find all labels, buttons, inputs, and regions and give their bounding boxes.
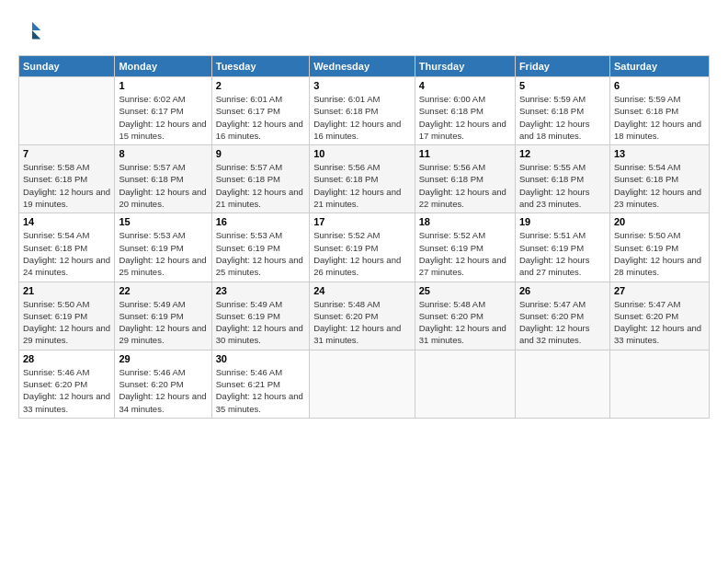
day-cell: 25Sunrise: 5:48 AMSunset: 6:20 PMDayligh… bbox=[415, 282, 515, 350]
svg-marker-1 bbox=[32, 30, 40, 39]
day-info: Sunrise: 5:50 AMSunset: 6:19 PMDaylight:… bbox=[614, 229, 705, 278]
day-number: 17 bbox=[313, 216, 411, 227]
day-info: Sunrise: 5:50 AMSunset: 6:19 PMDaylight:… bbox=[23, 298, 110, 347]
day-cell: 4Sunrise: 6:00 AMSunset: 6:18 PMDaylight… bbox=[415, 77, 515, 145]
svg-marker-0 bbox=[32, 22, 40, 30]
day-number: 4 bbox=[419, 80, 511, 91]
day-number: 30 bbox=[216, 353, 305, 364]
day-cell: 13Sunrise: 5:54 AMSunset: 6:18 PMDayligh… bbox=[609, 145, 709, 213]
day-number: 22 bbox=[119, 285, 207, 296]
week-row-1: 7Sunrise: 5:58 AMSunset: 6:18 PMDaylight… bbox=[19, 145, 710, 213]
day-cell: 2Sunrise: 6:01 AMSunset: 6:17 PMDaylight… bbox=[211, 77, 309, 145]
week-row-3: 21Sunrise: 5:50 AMSunset: 6:19 PMDayligh… bbox=[19, 282, 710, 350]
day-cell bbox=[515, 350, 609, 418]
day-info: Sunrise: 5:47 AMSunset: 6:20 PMDaylight:… bbox=[614, 298, 705, 347]
day-number: 10 bbox=[313, 148, 411, 159]
day-number: 19 bbox=[519, 216, 606, 227]
day-info: Sunrise: 5:59 AMSunset: 6:18 PMDaylight:… bbox=[614, 93, 705, 142]
day-cell: 12Sunrise: 5:55 AMSunset: 6:18 PMDayligh… bbox=[515, 145, 609, 213]
day-info: Sunrise: 5:57 AMSunset: 6:18 PMDaylight:… bbox=[216, 161, 305, 210]
day-cell: 5Sunrise: 5:59 AMSunset: 6:18 PMDaylight… bbox=[515, 77, 609, 145]
day-cell: 30Sunrise: 5:46 AMSunset: 6:21 PMDayligh… bbox=[211, 350, 309, 418]
day-number: 21 bbox=[23, 285, 110, 296]
day-cell: 8Sunrise: 5:57 AMSunset: 6:18 PMDaylight… bbox=[115, 145, 211, 213]
day-cell: 15Sunrise: 5:53 AMSunset: 6:19 PMDayligh… bbox=[115, 213, 211, 282]
day-cell: 20Sunrise: 5:50 AMSunset: 6:19 PMDayligh… bbox=[609, 213, 709, 282]
header bbox=[18, 18, 710, 44]
day-info: Sunrise: 5:53 AMSunset: 6:19 PMDaylight:… bbox=[119, 229, 207, 278]
day-cell: 27Sunrise: 5:47 AMSunset: 6:20 PMDayligh… bbox=[609, 282, 709, 350]
day-info: Sunrise: 6:01 AMSunset: 6:17 PMDaylight:… bbox=[216, 93, 305, 142]
day-number: 11 bbox=[419, 148, 511, 159]
day-cell: 11Sunrise: 5:56 AMSunset: 6:18 PMDayligh… bbox=[415, 145, 515, 213]
day-number: 23 bbox=[216, 285, 305, 296]
day-cell: 16Sunrise: 5:53 AMSunset: 6:19 PMDayligh… bbox=[211, 213, 309, 282]
day-info: Sunrise: 5:48 AMSunset: 6:20 PMDaylight:… bbox=[313, 298, 411, 347]
day-info: Sunrise: 5:56 AMSunset: 6:18 PMDaylight:… bbox=[313, 161, 411, 210]
day-info: Sunrise: 5:46 AMSunset: 6:21 PMDaylight:… bbox=[216, 366, 305, 415]
day-cell bbox=[609, 350, 709, 418]
day-cell: 21Sunrise: 5:50 AMSunset: 6:19 PMDayligh… bbox=[19, 282, 115, 350]
day-info: Sunrise: 5:54 AMSunset: 6:18 PMDaylight:… bbox=[23, 229, 110, 278]
day-cell: 18Sunrise: 5:52 AMSunset: 6:19 PMDayligh… bbox=[415, 213, 515, 282]
day-info: Sunrise: 5:47 AMSunset: 6:20 PMDaylight:… bbox=[519, 298, 606, 347]
calendar-table: SundayMondayTuesdayWednesdayThursdayFrid… bbox=[18, 55, 710, 419]
day-cell: 14Sunrise: 5:54 AMSunset: 6:18 PMDayligh… bbox=[19, 213, 115, 282]
day-info: Sunrise: 5:48 AMSunset: 6:20 PMDaylight:… bbox=[419, 298, 511, 347]
day-number: 2 bbox=[216, 80, 305, 91]
day-number: 3 bbox=[313, 80, 411, 91]
day-info: Sunrise: 5:52 AMSunset: 6:19 PMDaylight:… bbox=[419, 229, 511, 278]
day-cell: 9Sunrise: 5:57 AMSunset: 6:18 PMDaylight… bbox=[211, 145, 309, 213]
day-number: 18 bbox=[419, 216, 511, 227]
logo-icon bbox=[18, 18, 44, 44]
day-number: 12 bbox=[519, 148, 606, 159]
day-cell: 1Sunrise: 6:02 AMSunset: 6:17 PMDaylight… bbox=[115, 77, 211, 145]
day-number: 29 bbox=[119, 353, 207, 364]
header-cell-tuesday: Tuesday bbox=[211, 56, 309, 77]
day-number: 25 bbox=[419, 285, 511, 296]
day-info: Sunrise: 5:55 AMSunset: 6:18 PMDaylight:… bbox=[519, 161, 606, 210]
day-info: Sunrise: 6:01 AMSunset: 6:18 PMDaylight:… bbox=[313, 93, 411, 142]
day-cell: 23Sunrise: 5:49 AMSunset: 6:19 PMDayligh… bbox=[211, 282, 309, 350]
day-info: Sunrise: 5:49 AMSunset: 6:19 PMDaylight:… bbox=[216, 298, 305, 347]
day-info: Sunrise: 5:46 AMSunset: 6:20 PMDaylight:… bbox=[119, 366, 207, 415]
day-number: 9 bbox=[216, 148, 305, 159]
header-cell-wednesday: Wednesday bbox=[310, 56, 415, 77]
day-number: 7 bbox=[23, 148, 110, 159]
week-row-0: 1Sunrise: 6:02 AMSunset: 6:17 PMDaylight… bbox=[19, 77, 710, 145]
day-number: 20 bbox=[614, 216, 705, 227]
day-cell: 26Sunrise: 5:47 AMSunset: 6:20 PMDayligh… bbox=[515, 282, 609, 350]
day-number: 26 bbox=[519, 285, 606, 296]
day-info: Sunrise: 5:46 AMSunset: 6:20 PMDaylight:… bbox=[23, 366, 110, 415]
day-cell: 19Sunrise: 5:51 AMSunset: 6:19 PMDayligh… bbox=[515, 213, 609, 282]
day-info: Sunrise: 6:00 AMSunset: 6:18 PMDaylight:… bbox=[419, 93, 511, 142]
day-cell bbox=[310, 350, 415, 418]
header-cell-friday: Friday bbox=[515, 56, 609, 77]
header-cell-sunday: Sunday bbox=[19, 56, 115, 77]
day-info: Sunrise: 5:59 AMSunset: 6:18 PMDaylight:… bbox=[519, 93, 606, 142]
day-cell: 3Sunrise: 6:01 AMSunset: 6:18 PMDaylight… bbox=[310, 77, 415, 145]
day-number: 13 bbox=[614, 148, 705, 159]
day-info: Sunrise: 5:49 AMSunset: 6:19 PMDaylight:… bbox=[119, 298, 207, 347]
day-info: Sunrise: 5:57 AMSunset: 6:18 PMDaylight:… bbox=[119, 161, 207, 210]
day-number: 8 bbox=[119, 148, 207, 159]
day-info: Sunrise: 5:53 AMSunset: 6:19 PMDaylight:… bbox=[216, 229, 305, 278]
day-info: Sunrise: 5:56 AMSunset: 6:18 PMDaylight:… bbox=[419, 161, 511, 210]
week-row-2: 14Sunrise: 5:54 AMSunset: 6:18 PMDayligh… bbox=[19, 213, 710, 282]
week-row-4: 28Sunrise: 5:46 AMSunset: 6:20 PMDayligh… bbox=[19, 350, 710, 418]
day-cell bbox=[19, 77, 115, 145]
day-number: 14 bbox=[23, 216, 110, 227]
day-cell bbox=[415, 350, 515, 418]
day-number: 24 bbox=[313, 285, 411, 296]
day-cell: 24Sunrise: 5:48 AMSunset: 6:20 PMDayligh… bbox=[310, 282, 415, 350]
day-number: 5 bbox=[519, 80, 606, 91]
day-info: Sunrise: 5:52 AMSunset: 6:19 PMDaylight:… bbox=[313, 229, 411, 278]
day-cell: 29Sunrise: 5:46 AMSunset: 6:20 PMDayligh… bbox=[115, 350, 211, 418]
day-info: Sunrise: 5:54 AMSunset: 6:18 PMDaylight:… bbox=[614, 161, 705, 210]
day-info: Sunrise: 5:51 AMSunset: 6:19 PMDaylight:… bbox=[519, 229, 606, 278]
day-cell: 28Sunrise: 5:46 AMSunset: 6:20 PMDayligh… bbox=[19, 350, 115, 418]
day-number: 27 bbox=[614, 285, 705, 296]
header-cell-monday: Monday bbox=[115, 56, 211, 77]
day-cell: 22Sunrise: 5:49 AMSunset: 6:19 PMDayligh… bbox=[115, 282, 211, 350]
day-number: 15 bbox=[119, 216, 207, 227]
